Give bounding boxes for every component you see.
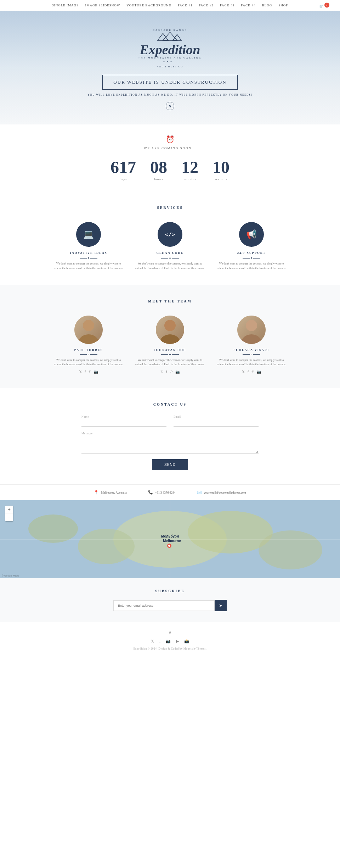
message-textarea[interactable] — [81, 436, 259, 454]
footer-flickr-icon[interactable]: 📸 — [184, 639, 189, 644]
under-construction-box: OUR WEBSITE IS UNDER CONSTRUCTION — [102, 75, 237, 90]
map-svg: Мельбурн Melbourne © Google Maps — [0, 500, 340, 578]
paul-avatar — [74, 316, 103, 344]
code-icon: </> — [165, 231, 175, 238]
svg-point-4 — [83, 320, 94, 331]
cart-icon[interactable]: 🛒0 — [319, 3, 329, 8]
svg-line-3 — [169, 32, 169, 32]
service-item-code: </> CLEAN CODE We don't want to conquer … — [135, 222, 205, 271]
innovative-ideas-icon-circle: 💻 — [76, 222, 101, 247]
services-grid: 💻 INOVATIVE IDEAS We don't want to conqu… — [21, 222, 319, 271]
contact-title: CONTACT US — [21, 402, 319, 406]
send-button[interactable]: Send — [152, 459, 188, 470]
logo-container: CASCADE RANGE Expedition THE MOUNTAINS A… — [138, 29, 202, 68]
paul-instagram-icon[interactable]: 📷 — [94, 370, 98, 374]
footer-facebook-icon[interactable]: f — [159, 639, 161, 644]
logo-birds-icon — [159, 60, 181, 64]
email-icon: ✉️ — [197, 490, 202, 495]
service-divider-3 — [216, 257, 287, 259]
countdown-days: 617 days — [110, 159, 136, 181]
footer: ∧ 𝕏 f 📷 ▶ 📸 Expedition © 2024. Design & … — [0, 622, 340, 657]
days-label: days — [110, 177, 136, 181]
map-placeholder: Мельбурн Melbourne © Google Maps + − — [0, 500, 340, 578]
scroll-down-button[interactable]: ∨ — [166, 102, 174, 110]
svg-point-5 — [79, 334, 98, 344]
footer-instagram-icon[interactable]: 📷 — [166, 639, 171, 644]
cart-badge: 0 — [324, 3, 329, 8]
paul-social-icons: 𝕏 f 𝓟 📷 — [53, 370, 124, 374]
scolara-twitter-icon[interactable]: 𝕏 — [242, 370, 245, 374]
location-pin-icon: 📍 — [94, 490, 99, 495]
nav-pack3[interactable]: PACK #3 — [220, 4, 234, 7]
support-icon-circle: 📢 — [239, 222, 264, 247]
countdown-hours: 08 hours — [150, 159, 167, 181]
nav-single-image[interactable]: SINGLE IMAGE — [52, 4, 79, 7]
johnatan-twitter-icon[interactable]: 𝕏 — [160, 370, 163, 374]
coming-soon-section: ⏰ WE ARE COMING SOON... 617 days 08 hour… — [0, 124, 340, 191]
team-divider-1 — [53, 354, 124, 355]
map-zoom-controls: + − — [5, 506, 13, 521]
days-value: 617 — [110, 159, 136, 176]
name-input[interactable] — [81, 419, 166, 427]
map-zoom-in[interactable]: + — [5, 506, 13, 513]
nav-pack4[interactable]: PACK #4 — [241, 4, 255, 7]
svg-point-12 — [78, 529, 135, 564]
email-label: Email — [174, 415, 259, 418]
minutes-label: minutes — [181, 177, 198, 181]
location-info: 📍 Melbourne, Australia — [94, 490, 126, 495]
johnatan-avatar — [156, 316, 184, 344]
scolara-avatar — [237, 316, 266, 344]
info-bar: 📍 Melbourne, Australia 📞 +61 3 8376 6284… — [0, 484, 340, 500]
nav-image-slideshow[interactable]: IMAGE SLIDESHOW — [85, 4, 120, 7]
person-silhouette-2 — [156, 316, 184, 344]
hours-label: hours — [150, 177, 167, 181]
service-divider-1 — [53, 257, 124, 259]
johnatan-social-icons: 𝕏 f 𝓟 📷 — [135, 370, 205, 374]
nav-pack1[interactable]: PACK #1 — [178, 4, 192, 7]
nav-youtube-background[interactable]: YOUTUBE BACKGROUND — [126, 4, 171, 7]
svg-point-7 — [160, 334, 180, 344]
seconds-label: seconds — [212, 177, 230, 181]
footer-twitter-icon[interactable]: 𝕏 — [151, 639, 154, 644]
construction-subtitle: YOU WILL LOVE EXPEDITION AS MUCH AS WE D… — [87, 93, 252, 96]
email-info: ✉️ youremail@youremailaddress.com — [197, 490, 246, 495]
clean-code-icon-circle: </> — [158, 222, 182, 247]
johnatan-facebook-icon[interactable]: f — [166, 370, 167, 374]
svg-point-8 — [246, 320, 257, 331]
service-item-innovative: 💻 INOVATIVE IDEAS We don't want to conqu… — [53, 222, 124, 271]
scolara-pinterest-icon[interactable]: 𝓟 — [251, 370, 254, 374]
team-member-paul: PAUL TORRES We don't want to conquer the… — [53, 316, 124, 374]
svg-text:Melbourne: Melbourne — [163, 539, 181, 543]
svg-text:© Google Maps: © Google Maps — [2, 574, 19, 577]
svg-point-6 — [164, 320, 176, 331]
svg-point-14 — [28, 514, 78, 543]
map-zoom-out[interactable]: − — [5, 513, 13, 521]
service-code-title: CLEAN CODE — [135, 251, 205, 255]
coming-soon-label: WE ARE COMING SOON... — [7, 146, 333, 150]
paul-pinterest-icon[interactable]: 𝓟 — [89, 370, 91, 374]
send-arrow-icon: ➤ — [219, 603, 222, 608]
minutes-value: 12 — [181, 159, 198, 176]
svg-marker-0 — [158, 33, 168, 40]
paul-facebook-icon[interactable]: f — [85, 370, 86, 374]
nav-blog[interactable]: BLOG — [262, 4, 272, 7]
scroll-top-icon[interactable]: ∧ — [168, 629, 172, 635]
footer-youtube-icon[interactable]: ▶ — [176, 639, 179, 644]
nav-shop[interactable]: SHOP — [278, 4, 288, 7]
subscribe-button[interactable]: ➤ — [215, 600, 227, 611]
name-field: Name — [81, 415, 166, 427]
paul-twitter-icon[interactable]: 𝕏 — [79, 370, 82, 374]
logo-top-text: CASCADE RANGE — [138, 29, 202, 32]
subscribe-email-input[interactable] — [113, 600, 215, 611]
chevron-down-icon: ∨ — [169, 104, 172, 109]
scolara-instagram-icon[interactable]: 📷 — [257, 370, 261, 374]
clock-icon: ⏰ — [7, 135, 333, 144]
johnatan-instagram-icon[interactable]: 📷 — [175, 370, 180, 374]
nav-pack2[interactable]: PACK #2 — [199, 4, 213, 7]
service-innovative-desc: We don't want to conquer the cosmos, we … — [53, 262, 124, 271]
email-input[interactable] — [174, 419, 259, 427]
email-text: youremail@youremailaddress.com — [204, 491, 246, 494]
scolara-facebook-icon[interactable]: f — [248, 370, 249, 374]
email-field: Email — [174, 415, 259, 427]
johnatan-pinterest-icon[interactable]: 𝓟 — [170, 370, 172, 374]
